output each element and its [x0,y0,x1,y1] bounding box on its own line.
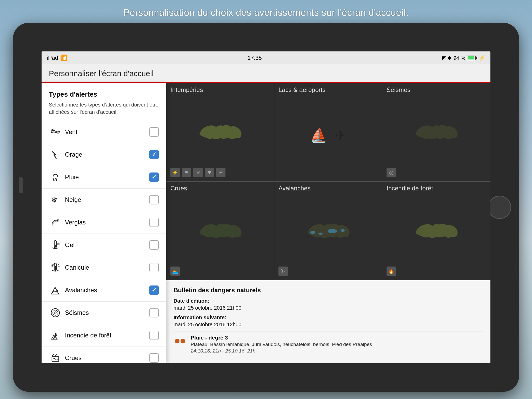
svg-point-23 [328,229,337,233]
gel-label: Gel [65,241,149,249]
avalanches-icon [49,284,62,297]
neige-label: Neige [65,196,149,203]
vent-icon [49,125,62,138]
svg-point-15 [51,309,59,317]
edition-label: Date d'édition: [174,298,483,304]
intemp-icon-2: 🌧 [182,168,191,177]
seismes-checkbox[interactable] [149,308,159,317]
avalanches-title: Avalanches [278,185,311,192]
map-cell-seismes[interactable]: Séismes ◎ [382,83,490,182]
intemp-icon-3: ❄ [193,168,203,177]
next-value: mardi 25 octobre 2016 12h00 [174,322,483,328]
alert-item-vent[interactable]: Vent [42,121,166,143]
svg-point-0 [51,129,54,131]
crues-label: Crues [65,354,149,362]
location-icon: ◤ [442,55,446,61]
orage-icon [49,148,62,161]
crues-sq: 🏊 [170,267,180,276]
alert-item-crues[interactable]: Crues [42,347,166,363]
verglas-icon: ❄ [49,216,62,229]
incendie-map-icon: 🔥 [387,267,396,276]
ipad-frame: iPad 📶 17:35 ◤ ✱ 94 % ⚡ Personnaliser l'… [13,23,519,392]
seismes-map-icon: ◎ [387,168,396,177]
svg-line-3 [56,178,57,181]
intemp-icons: ⚡ 🌧 ❄ 🌪 ☀ [170,168,225,177]
map-cell-avalanches[interactable]: Avalanches ⛷ [274,182,382,280]
verglas-label: Verglas [65,219,149,226]
seismes-icon [49,306,62,319]
map-grid: Intempéries ⚡ 🌧 ❄ 🌪 ☀ [166,83,490,280]
alert-item-neige[interactable]: ❄ Neige [42,189,166,211]
top-caption: Personnalisation du choix des avertissem… [0,7,532,18]
home-button[interactable] [488,196,511,219]
vent-label: Vent [65,128,149,136]
plane-icon: ✈ [335,128,346,143]
pluie-icon [49,171,62,184]
svg-rect-10 [55,266,56,270]
battery-percent: 94 % [453,55,465,61]
incendie-title: Incendie de forêt [387,185,433,192]
svg-point-16 [53,310,58,315]
bulletin-title: Bulletin des dangers naturels [174,287,483,294]
edition-value: mardi 25 octobre 2016 21h00 [174,305,483,311]
next-label: Information suivante: [174,315,483,321]
bulletin-alert-name: Pluie - degré 3 [191,335,483,341]
svg-text:❄: ❄ [57,242,60,246]
vent-checkbox[interactable] [149,127,159,137]
crues-title: Crues [170,185,187,192]
avalanches-label: Avalanches [65,287,149,294]
canicule-icon: ✳ [49,261,62,274]
alert-item-pluie[interactable]: Pluie [42,166,166,189]
crues-checkbox[interactable] [149,353,159,363]
charging-icon: ⚡ [479,55,485,61]
status-right: ◤ ✱ 94 % ⚡ [442,55,485,61]
orage-label: Orage [65,151,149,158]
gel-checkbox[interactable] [149,240,159,250]
alert-item-avalanches[interactable]: Avalanches [42,279,166,302]
map-cell-incendie[interactable]: Incendie de forêt 🔥 [382,182,490,280]
lacs-center-icons: ⛵ ✈ [310,128,346,143]
alert-item-gel[interactable]: ❄ Gel [42,234,166,256]
svg-text:✳: ✳ [51,263,54,268]
bluetooth-icon: ✱ [447,55,452,61]
intemp-icon-1: ⚡ [170,168,180,177]
left-panel: Types d'alertes Sélectionnez les types d… [42,83,166,363]
canicule-label: Canicule [65,264,149,271]
alert-item-seismes[interactable]: Séismes [42,302,166,324]
avalanches-checkbox[interactable] [149,285,159,295]
panel-subtitle: Sélectionnez les types d'alertes qui doi… [42,101,166,121]
main-content: Types d'alertes Sélectionnez les types d… [42,83,490,363]
alert-item-orage[interactable]: Orage [42,143,166,166]
intemp-icon-5: ☀ [216,168,225,177]
verglas-checkbox[interactable] [149,218,159,227]
svg-point-24 [341,229,345,232]
incendie-label: Incendie de forêt [65,332,149,339]
pluie-checkbox[interactable] [149,172,159,182]
nav-bar: Personnaliser l'écran d'accueil [42,64,490,83]
seismes-sq: ◎ [387,168,396,177]
alert-item-verglas[interactable]: ❄ Verglas [42,211,166,234]
svg-point-17 [54,312,56,314]
lacs-title: Lacs & aéroports [278,86,325,94]
map-cell-intemp[interactable]: Intempéries ⚡ 🌧 ❄ 🌪 ☀ [166,83,274,182]
svg-text:❄: ❄ [57,218,60,222]
boat-icon: ⛵ [310,128,327,143]
incendie-checkbox[interactable] [149,331,159,340]
map-cell-lacs[interactable]: Lacs & aéroports ⛵ ✈ [274,83,382,182]
orage-checkbox[interactable] [149,150,159,159]
ipad-screen: iPad 📶 17:35 ◤ ✱ 94 % ⚡ Personnaliser l'… [42,51,490,363]
canicule-checkbox[interactable] [149,263,159,272]
map-cell-crues[interactable]: Crues 🏊 [166,182,274,280]
status-time: 17:35 [248,55,262,61]
alert-item-canicule[interactable]: ✳ Canicule [42,256,166,279]
neige-checkbox[interactable] [149,195,159,204]
svg-line-1 [53,178,54,181]
svg-point-22 [318,232,323,235]
status-left: iPad 📶 [47,55,67,61]
side-button[interactable] [19,177,23,193]
alert-item-incendie[interactable]: Incendie de forêt [42,324,166,347]
incendie-icon [49,329,62,342]
gel-icon: ❄ [49,238,62,251]
svg-point-21 [310,231,315,234]
svg-line-2 [55,178,55,181]
